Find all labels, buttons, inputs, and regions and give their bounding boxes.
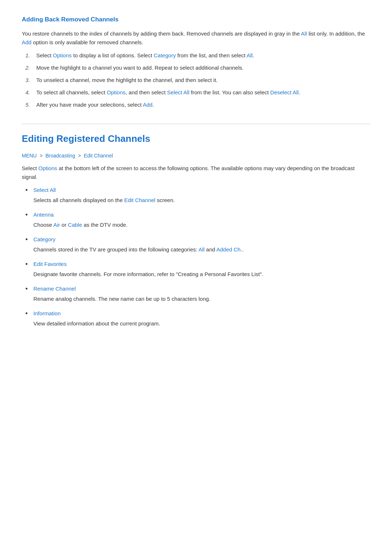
step-2: 2. Move the highlight to a channel you w… [25,63,370,72]
breadcrumb-edit-channel[interactable]: Edit Channel [84,153,113,159]
section1-intro: You restore channels to the index of cha… [22,29,370,47]
link-all-intro[interactable]: All [301,30,307,37]
list-item-select-all: Select All Selects all channels displaye… [25,186,370,205]
section1-steps: 1. Select Options to display a list of o… [22,51,370,109]
item-desc-antenna: Choose Air or Cable as the DTV mode. [33,221,370,229]
item-title-edit-favorites[interactable]: Edit Favorites [33,260,370,268]
link-select-all-s4[interactable]: Select All [167,89,189,95]
link-add-intro[interactable]: Add [22,39,32,45]
list-item-category: Category Channels stored in the TV are g… [25,235,370,254]
divider [22,124,370,124]
item-title-antenna[interactable]: Antenna [33,210,370,219]
link-deselect-all-s4[interactable]: Deselect All [270,89,299,95]
item-title-select-all[interactable]: Select All [33,186,370,194]
list-item-rename-channel: Rename Channel Rename analog channels. T… [25,284,370,303]
section2-list: Select All Selects all channels displaye… [22,186,370,328]
item-desc-rename-channel: Rename analog channels. The new name can… [33,295,370,303]
link-edit-channel-desc[interactable]: Edit Channel [124,197,155,203]
breadcrumb-menu[interactable]: MENU [22,153,37,159]
link-options-s1[interactable]: Options [53,52,72,58]
step-1: 1. Select Options to display a list of o… [25,51,370,60]
item-desc-category: Channels stored in the TV are grouped in… [33,245,370,254]
breadcrumb: MENU > Broadcasting > Edit Channel [22,152,370,160]
section-editing-registered: Editing Registered Channels MENU > Broad… [22,124,370,328]
item-title-rename-channel[interactable]: Rename Channel [33,284,370,293]
list-item-information: Information View detailed information ab… [25,309,370,328]
step-5: 5. After you have made your selections, … [25,100,370,109]
link-air[interactable]: Air [53,222,60,228]
link-all-s1[interactable]: All [247,52,253,58]
link-options-s2[interactable]: Options [38,165,57,171]
item-title-information[interactable]: Information [33,309,370,318]
item-title-category[interactable]: Category [33,235,370,244]
link-cable[interactable]: Cable [68,222,82,228]
step-3: 3. To unselect a channel, move the highl… [25,76,370,85]
link-all-cat[interactable]: All [199,246,205,253]
list-item-antenna: Antenna Choose Air or Cable as the DTV m… [25,210,370,229]
section1-title: Adding Back Removed Channels [22,15,370,24]
item-desc-edit-favorites: Designate favorite channels. For more in… [33,270,370,279]
section2-title: Editing Registered Channels [22,131,370,147]
breadcrumb-broadcasting[interactable]: Broadcasting [45,153,75,159]
link-added-ch[interactable]: Added Ch. [216,246,242,253]
step-4: 4. To select all channels, select Option… [25,88,370,97]
section2-intro: Select Options at the bottom left of the… [22,164,370,181]
link-add-s5[interactable]: Add [143,102,153,108]
link-options-s4[interactable]: Options [107,89,126,95]
item-desc-select-all: Selects all channels displayed on the Ed… [33,196,370,205]
list-item-edit-favorites: Edit Favorites Designate favorite channe… [25,260,370,279]
link-category-s1[interactable]: Category [154,52,176,58]
item-desc-information: View detailed information about the curr… [33,319,370,328]
section-adding-back: Adding Back Removed Channels You restore… [22,15,370,109]
